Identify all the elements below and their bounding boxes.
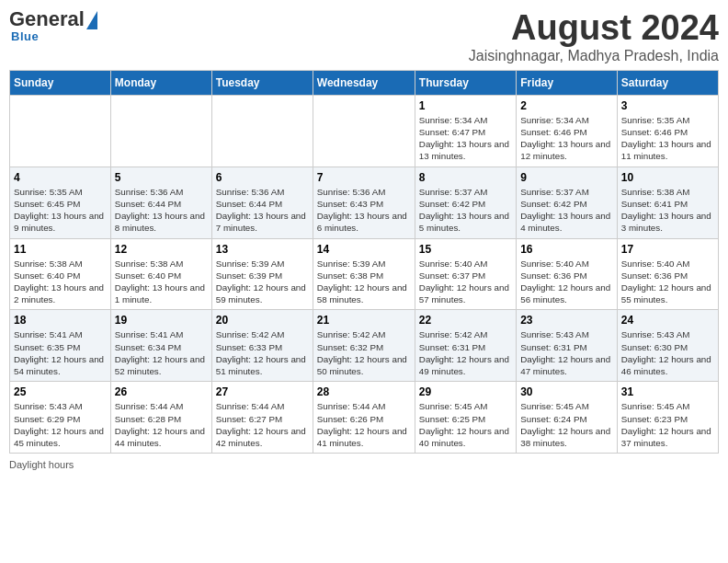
day-number: 14 — [317, 243, 411, 256]
logo-text: General — [9, 9, 97, 29]
title-area: August 2024 Jaisinghnagar, Madhya Prades… — [469, 9, 719, 64]
calendar-col-header: Friday — [517, 70, 618, 95]
day-number: 4 — [14, 171, 107, 184]
calendar-week-row: 4Sunrise: 5:35 AM Sunset: 6:45 PM Daylig… — [10, 167, 719, 238]
day-number: 20 — [216, 314, 309, 327]
calendar-cell: 15Sunrise: 5:40 AM Sunset: 6:37 PM Dayli… — [415, 238, 516, 310]
calendar-cell: 19Sunrise: 5:41 AM Sunset: 6:34 PM Dayli… — [110, 310, 211, 382]
calendar-col-header: Wednesday — [313, 70, 415, 95]
calendar-cell: 2Sunrise: 5:34 AM Sunset: 6:46 PM Daylig… — [517, 95, 618, 167]
calendar-cell: 26Sunrise: 5:44 AM Sunset: 6:28 PM Dayli… — [110, 382, 211, 454]
day-number: 25 — [14, 385, 107, 398]
day-number: 13 — [216, 243, 309, 256]
calendar-cell: 18Sunrise: 5:41 AM Sunset: 6:35 PM Dayli… — [10, 310, 111, 382]
day-number: 28 — [317, 385, 411, 398]
day-info: Sunrise: 5:41 AM Sunset: 6:34 PM Dayligh… — [115, 328, 208, 377]
calendar-cell: 23Sunrise: 5:43 AM Sunset: 6:31 PM Dayli… — [517, 310, 618, 382]
month-title: August 2024 — [469, 9, 719, 48]
day-info: Sunrise: 5:43 AM Sunset: 6:30 PM Dayligh… — [621, 328, 714, 377]
calendar-cell: 22Sunrise: 5:42 AM Sunset: 6:31 PM Dayli… — [415, 310, 516, 382]
day-number: 7 — [317, 171, 411, 184]
calendar-col-header: Sunday — [10, 70, 111, 95]
day-number: 16 — [520, 243, 613, 256]
calendar-cell: 12Sunrise: 5:38 AM Sunset: 6:40 PM Dayli… — [110, 238, 211, 310]
day-info: Sunrise: 5:39 AM Sunset: 6:38 PM Dayligh… — [317, 258, 411, 306]
day-info: Sunrise: 5:35 AM Sunset: 6:45 PM Dayligh… — [14, 186, 107, 235]
logo: General Blue — [9, 9, 97, 43]
calendar-cell: 30Sunrise: 5:45 AM Sunset: 6:24 PM Dayli… — [517, 382, 618, 454]
calendar-col-header: Monday — [110, 70, 211, 95]
calendar-cell: 21Sunrise: 5:42 AM Sunset: 6:32 PM Dayli… — [313, 310, 415, 382]
day-number: 8 — [419, 171, 512, 184]
calendar-cell: 9Sunrise: 5:37 AM Sunset: 6:42 PM Daylig… — [517, 167, 618, 238]
day-number: 15 — [419, 243, 512, 256]
location-title: Jaisinghnagar, Madhya Pradesh, India — [469, 48, 719, 64]
day-number: 10 — [621, 171, 714, 184]
day-number: 18 — [14, 314, 107, 327]
calendar-cell — [211, 95, 313, 167]
day-number: 1 — [419, 99, 512, 112]
day-number: 11 — [14, 243, 107, 256]
calendar-header-row: SundayMondayTuesdayWednesdayThursdayFrid… — [10, 70, 719, 95]
day-info: Sunrise: 5:36 AM Sunset: 6:44 PM Dayligh… — [115, 186, 208, 235]
calendar-col-header: Saturday — [617, 70, 718, 95]
day-info: Sunrise: 5:38 AM Sunset: 6:40 PM Dayligh… — [115, 258, 208, 306]
day-info: Sunrise: 5:37 AM Sunset: 6:42 PM Dayligh… — [419, 186, 512, 235]
day-info: Sunrise: 5:44 AM Sunset: 6:28 PM Dayligh… — [115, 400, 208, 449]
day-info: Sunrise: 5:43 AM Sunset: 6:29 PM Dayligh… — [14, 400, 107, 449]
calendar-cell: 4Sunrise: 5:35 AM Sunset: 6:45 PM Daylig… — [10, 167, 111, 238]
calendar-cell: 24Sunrise: 5:43 AM Sunset: 6:30 PM Dayli… — [617, 310, 718, 382]
day-number: 3 — [621, 99, 714, 112]
calendar-cell: 14Sunrise: 5:39 AM Sunset: 6:38 PM Dayli… — [313, 238, 415, 310]
day-number: 24 — [621, 314, 714, 327]
day-number: 17 — [621, 243, 714, 256]
day-info: Sunrise: 5:38 AM Sunset: 6:40 PM Dayligh… — [14, 258, 107, 306]
calendar-cell: 16Sunrise: 5:40 AM Sunset: 6:36 PM Dayli… — [517, 238, 618, 310]
day-number: 19 — [115, 314, 208, 327]
calendar-cell: 25Sunrise: 5:43 AM Sunset: 6:29 PM Dayli… — [10, 382, 111, 454]
calendar-col-header: Tuesday — [211, 70, 313, 95]
day-info: Sunrise: 5:36 AM Sunset: 6:44 PM Dayligh… — [216, 186, 309, 235]
calendar-cell — [10, 95, 111, 167]
calendar-week-row: 25Sunrise: 5:43 AM Sunset: 6:29 PM Dayli… — [10, 382, 719, 454]
calendar-week-row: 11Sunrise: 5:38 AM Sunset: 6:40 PM Dayli… — [10, 238, 719, 310]
day-info: Sunrise: 5:40 AM Sunset: 6:37 PM Dayligh… — [419, 258, 512, 306]
day-info: Sunrise: 5:42 AM Sunset: 6:33 PM Dayligh… — [216, 328, 309, 377]
day-info: Sunrise: 5:43 AM Sunset: 6:31 PM Dayligh… — [520, 328, 613, 377]
calendar-cell — [110, 95, 211, 167]
calendar-cell: 7Sunrise: 5:36 AM Sunset: 6:43 PM Daylig… — [313, 167, 415, 238]
day-info: Sunrise: 5:45 AM Sunset: 6:25 PM Dayligh… — [419, 400, 512, 449]
day-number: 9 — [520, 171, 613, 184]
day-info: Sunrise: 5:45 AM Sunset: 6:23 PM Dayligh… — [621, 400, 714, 449]
day-info: Sunrise: 5:41 AM Sunset: 6:35 PM Dayligh… — [14, 328, 107, 377]
calendar-cell: 17Sunrise: 5:40 AM Sunset: 6:36 PM Dayli… — [617, 238, 718, 310]
day-info: Sunrise: 5:40 AM Sunset: 6:36 PM Dayligh… — [621, 258, 714, 306]
day-number: 6 — [216, 171, 309, 184]
day-info: Sunrise: 5:36 AM Sunset: 6:43 PM Dayligh… — [317, 186, 411, 235]
day-number: 21 — [317, 314, 411, 327]
day-number: 22 — [419, 314, 512, 327]
calendar-cell: 8Sunrise: 5:37 AM Sunset: 6:42 PM Daylig… — [415, 167, 516, 238]
calendar-cell: 27Sunrise: 5:44 AM Sunset: 6:27 PM Dayli… — [211, 382, 313, 454]
day-number: 23 — [520, 314, 613, 327]
day-number: 31 — [621, 385, 714, 398]
calendar-col-header: Thursday — [415, 70, 516, 95]
day-info: Sunrise: 5:37 AM Sunset: 6:42 PM Dayligh… — [520, 186, 613, 235]
day-info: Sunrise: 5:34 AM Sunset: 6:47 PM Dayligh… — [419, 114, 512, 163]
calendar-cell: 1Sunrise: 5:34 AM Sunset: 6:47 PM Daylig… — [415, 95, 516, 167]
calendar-table: SundayMondayTuesdayWednesdayThursdayFrid… — [9, 70, 719, 454]
day-info: Sunrise: 5:44 AM Sunset: 6:27 PM Dayligh… — [216, 400, 309, 449]
calendar-cell: 11Sunrise: 5:38 AM Sunset: 6:40 PM Dayli… — [10, 238, 111, 310]
calendar-cell: 13Sunrise: 5:39 AM Sunset: 6:39 PM Dayli… — [211, 238, 313, 310]
day-info: Sunrise: 5:34 AM Sunset: 6:46 PM Dayligh… — [520, 114, 613, 163]
day-info: Sunrise: 5:42 AM Sunset: 6:32 PM Dayligh… — [317, 328, 411, 377]
calendar-cell: 29Sunrise: 5:45 AM Sunset: 6:25 PM Dayli… — [415, 382, 516, 454]
day-number: 12 — [115, 243, 208, 256]
logo-subtext: Blue — [11, 29, 39, 43]
calendar-week-row: 18Sunrise: 5:41 AM Sunset: 6:35 PM Dayli… — [10, 310, 719, 382]
day-info: Sunrise: 5:44 AM Sunset: 6:26 PM Dayligh… — [317, 400, 411, 449]
calendar-cell: 6Sunrise: 5:36 AM Sunset: 6:44 PM Daylig… — [211, 167, 313, 238]
calendar-cell: 10Sunrise: 5:38 AM Sunset: 6:41 PM Dayli… — [617, 167, 718, 238]
day-number: 26 — [115, 385, 208, 398]
day-number: 27 — [216, 385, 309, 398]
